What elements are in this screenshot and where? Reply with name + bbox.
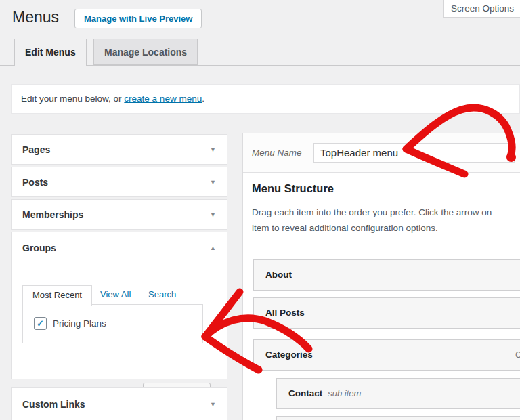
menu-item-label: All Posts xyxy=(265,308,305,318)
menu-item-categories[interactable]: Categories Category xyxy=(253,339,520,371)
sidebar-panel-pages-header[interactable]: Pages ▼ xyxy=(12,135,227,165)
page-title: Menus xyxy=(12,7,59,27)
menu-item-about[interactable]: About xyxy=(253,259,520,291)
chevron-up-icon: ▲ xyxy=(210,245,216,251)
chevron-down-icon: ▼ xyxy=(210,211,216,218)
sidebar-panel-memberships[interactable]: Memberships ▼ xyxy=(11,199,228,230)
sidebar-panel-groups: Groups ▲ Most Recent View All Search ✓ P… xyxy=(11,232,228,379)
menu-structure-description-line1: Drag each item into the order you prefer… xyxy=(252,207,492,217)
checkbox-checked[interactable]: ✓ xyxy=(34,317,47,330)
manage-live-preview-button[interactable]: Manage with Live Preview xyxy=(74,9,202,28)
sidebar-panel-label: Pages xyxy=(22,144,50,155)
sidebar-panel-groups-header[interactable]: Groups ▲ xyxy=(12,232,227,264)
notice-text-suffix: . xyxy=(202,93,204,104)
screen-options-button[interactable]: Screen Options xyxy=(443,0,520,18)
tab-edit-menus[interactable]: Edit Menus xyxy=(14,39,87,66)
checkmark-icon: ✓ xyxy=(37,318,44,329)
sidebar-panel-posts[interactable]: Posts ▼ xyxy=(11,167,228,197)
checkbox-label: Pricing Plans xyxy=(53,318,106,329)
menu-item-type-label: Category xyxy=(515,340,520,370)
sidebar-panel-custom-links-header[interactable]: Custom Links ▼ xyxy=(12,390,227,419)
sidebar-panel-label: Groups xyxy=(22,243,56,253)
menu-structure-description-line2: item to reveal additional configuration … xyxy=(252,223,438,233)
sidebar-panel-pages[interactable]: Pages ▼ xyxy=(11,134,228,165)
sidebar-panel-posts-header[interactable]: Posts ▼ xyxy=(12,167,227,197)
notice-bar: Edit your menu below, or create a new me… xyxy=(11,84,520,114)
groups-panel-body: Most Recent View All Search ✓ Pricing Pl… xyxy=(12,265,227,379)
pricing-plans-checkbox-row[interactable]: ✓ Pricing Plans xyxy=(34,317,106,330)
create-new-menu-link[interactable]: create a new menu xyxy=(124,93,202,104)
menu-editor-panel: Menu Name Menu Structure Drag each item … xyxy=(242,133,520,420)
menu-item-label: About xyxy=(265,270,292,280)
tab-manage-locations[interactable]: Manage Locations xyxy=(93,39,198,65)
menu-name-label: Menu Name xyxy=(252,133,302,172)
sidebar-panel-label: Posts xyxy=(22,177,48,188)
sidebar-panel-memberships-header[interactable]: Memberships ▼ xyxy=(12,200,227,230)
notice-text: Edit your menu below, or xyxy=(21,93,124,104)
menu-item-label: Categories xyxy=(265,350,313,360)
groups-item-list: ✓ Pricing Plans xyxy=(22,304,203,343)
menu-editor-header: Menu Name xyxy=(243,133,520,173)
menu-item-contact[interactable]: Contactsub item xyxy=(276,378,520,409)
sidebar-panel-label: Custom Links xyxy=(22,399,85,410)
chevron-down-icon: ▼ xyxy=(210,146,216,153)
tab-view-all[interactable]: View All xyxy=(100,289,131,299)
menu-structure-heading: Menu Structure xyxy=(252,182,334,195)
chevron-down-icon: ▼ xyxy=(210,401,216,408)
sub-item-note: sub item xyxy=(328,388,361,398)
tab-search[interactable]: Search xyxy=(148,289,176,299)
menu-item-partial[interactable] xyxy=(276,416,520,420)
sidebar-panel-custom-links[interactable]: Custom Links ▼ xyxy=(11,387,228,420)
sidebar-panel-label: Memberships xyxy=(22,209,83,220)
menu-item-all-posts[interactable]: All Posts xyxy=(253,297,520,329)
chevron-down-icon: ▼ xyxy=(210,179,216,186)
menu-item-label: Contact xyxy=(288,388,322,398)
wp-admin-menus-page: Menus Manage with Live Preview Screen Op… xyxy=(0,0,520,420)
menu-name-input[interactable] xyxy=(313,143,515,163)
tab-most-recent[interactable]: Most Recent xyxy=(22,285,92,306)
